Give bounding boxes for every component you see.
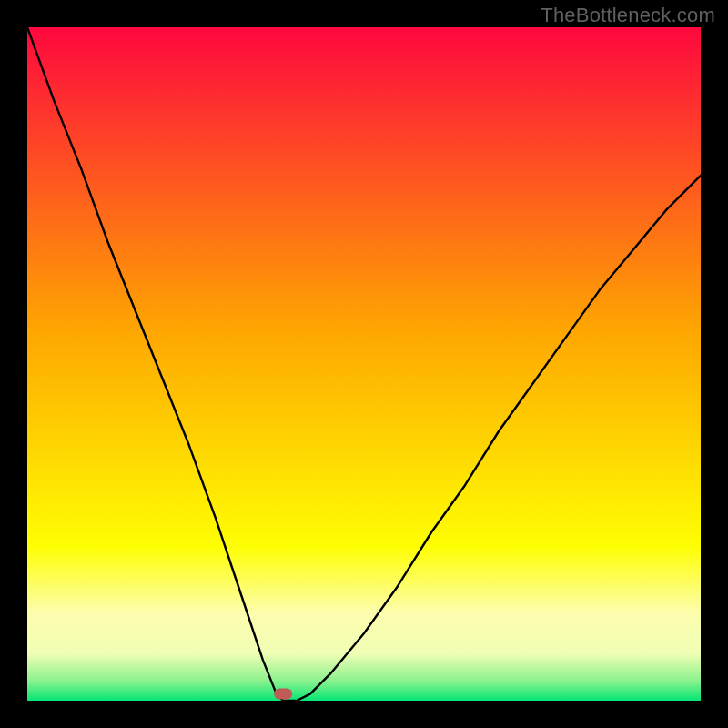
- bottleneck-chart: [27, 27, 701, 701]
- chart-svg: [27, 27, 701, 701]
- chart-frame: TheBottleneck.com: [0, 0, 728, 728]
- watermark-text: TheBottleneck.com: [541, 4, 715, 27]
- optimal-marker: [274, 689, 292, 700]
- chart-background: [27, 27, 701, 701]
